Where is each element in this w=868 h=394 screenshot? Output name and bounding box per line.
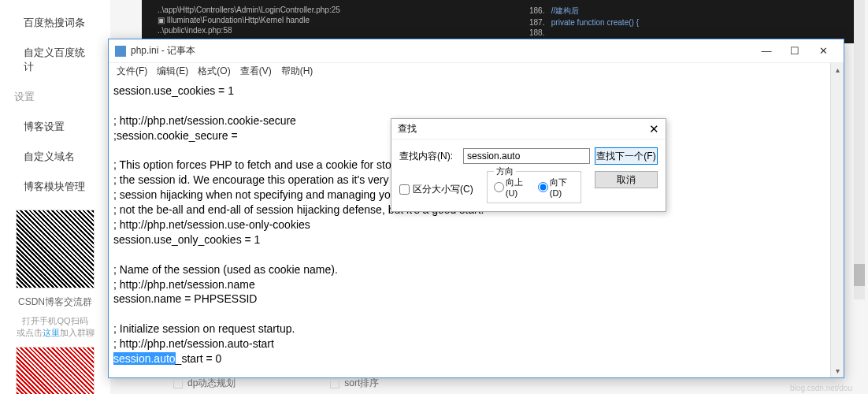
bg-line: ..\public\index.php:58 bbox=[158, 26, 340, 35]
find-cancel-button[interactable]: 取消 bbox=[595, 171, 658, 188]
window-controls: — ☐ ✕ bbox=[760, 45, 837, 57]
find-title-text: 查找 bbox=[398, 122, 417, 136]
find-input[interactable] bbox=[463, 148, 590, 164]
editor-highlight: session.auto bbox=[113, 352, 176, 365]
watermark: blog.csdn.net/dou bbox=[790, 384, 852, 392]
direction-legend: 方向 bbox=[494, 165, 516, 177]
sidebar-item-custom-stats[interactable]: 自定义百度统计 bbox=[0, 38, 110, 82]
find-input-label: 查找内容(N): bbox=[399, 150, 458, 163]
direction-up-label: 向上(U) bbox=[506, 177, 530, 198]
editor-line: ; http://php.net/session.use-only-cookie… bbox=[113, 218, 310, 231]
qr-hint-a: 或点击 bbox=[17, 328, 43, 337]
match-case-label: 区分大小写(C) bbox=[413, 183, 473, 196]
checkbox-icon[interactable] bbox=[173, 379, 183, 388]
editor-line: ; Name of the session (used as cookie na… bbox=[113, 263, 338, 276]
checkbox-icon[interactable] bbox=[330, 379, 339, 388]
bg-ln: 187. bbox=[529, 18, 544, 27]
editor-line: ; Initialize session on request startup. bbox=[113, 322, 295, 335]
background-code-panel: ..\app\Http\Controllers\Admin\LoginContr… bbox=[142, 0, 860, 43]
menu-format[interactable]: 格式(O) bbox=[194, 63, 234, 80]
menu-file[interactable]: 文件(F) bbox=[113, 63, 151, 80]
bg-func: private function create() { bbox=[551, 18, 639, 27]
bottom-tags: dp动态规划 sort排序 bbox=[173, 377, 379, 390]
direction-down-radio[interactable] bbox=[538, 182, 548, 192]
qr-code-2 bbox=[16, 347, 95, 394]
qr-hint-b: 加入群聊 bbox=[60, 328, 95, 337]
find-close-button[interactable]: ✕ bbox=[649, 122, 659, 136]
editor-line: session.use_only_cookies = 1 bbox=[113, 233, 260, 246]
editor-line: ;session.cookie_secure = bbox=[113, 129, 238, 142]
tag-label: sort排序 bbox=[344, 377, 379, 390]
scroll-down-button[interactable]: ▾ bbox=[831, 364, 844, 377]
tag-item[interactable]: sort排序 bbox=[330, 377, 379, 390]
window-title: php.ini - 记事本 bbox=[131, 44, 195, 58]
find-dialog: 查找 ✕ 查找内容(N): 查找下一个(F) 区分大小写(C) 方向 向上(U)… bbox=[391, 118, 666, 212]
menu-edit[interactable]: 编辑(E) bbox=[153, 63, 192, 80]
minimize-button[interactable]: — bbox=[760, 45, 773, 57]
sidebar: 百度热搜词条 自定义百度统计 设置 博客设置 自定义域名 博客模块管理 CSDN… bbox=[0, 0, 110, 394]
sidebar-item-blog-settings[interactable]: 博客设置 bbox=[0, 112, 110, 142]
menu-help[interactable]: 帮助(H) bbox=[277, 63, 317, 80]
editor-line: ; http://php.net/session.name bbox=[113, 278, 255, 291]
qr-hint-line1: 打开手机QQ扫码 bbox=[22, 316, 87, 325]
page-scrollbar[interactable] bbox=[854, 0, 865, 299]
bg-ln: 186. bbox=[529, 6, 544, 15]
scrollbar-thumb[interactable] bbox=[854, 264, 865, 286]
direction-down-label: 向下(D) bbox=[550, 177, 574, 198]
find-next-button[interactable]: 查找下一个(F) bbox=[595, 147, 658, 165]
tag-label: dp动态规划 bbox=[187, 377, 236, 390]
maximize-button[interactable]: ☐ bbox=[788, 45, 801, 57]
editor-scrollbar[interactable]: ▴ ▾ bbox=[830, 63, 844, 377]
sidebar-item-module-mgmt[interactable]: 博客模块管理 bbox=[0, 172, 110, 202]
qr-code-1 bbox=[16, 210, 95, 288]
close-button[interactable]: ✕ bbox=[817, 45, 829, 57]
editor-line: session.use_cookies = 1 bbox=[113, 84, 234, 97]
editor-line: ; http://php.net/session.cookie-secure bbox=[113, 114, 296, 127]
editor-line: ; http://php.net/session.auto-start bbox=[113, 337, 274, 350]
match-case-checkbox[interactable] bbox=[399, 184, 410, 195]
bg-comment: //建构后 bbox=[551, 6, 580, 15]
editor-line: session.name = PHPSESSID bbox=[113, 292, 257, 305]
bg-line: Illuminate\Foundation\Http\Kernel handle bbox=[167, 16, 310, 24]
qr-block-2 bbox=[0, 347, 110, 394]
notepad-icon bbox=[115, 46, 126, 57]
qr-block-1: CSDN博客交流群 打开手机QQ扫码 或点击这里加入群聊 bbox=[0, 210, 110, 339]
direction-up-radio[interactable] bbox=[494, 182, 504, 192]
bg-ln: 188. bbox=[529, 28, 544, 37]
bg-line: ..\app\Http\Controllers\Admin\LoginContr… bbox=[158, 6, 340, 14]
qr-hint-link[interactable]: 这里 bbox=[43, 328, 60, 337]
menubar: 文件(F) 编辑(E) 格式(O) 查看(V) 帮助(H) bbox=[109, 63, 844, 80]
scroll-up-button[interactable]: ▴ bbox=[831, 63, 844, 76]
sidebar-item-hotsearch[interactable]: 百度热搜词条 bbox=[0, 8, 110, 38]
qr-hint: 打开手机QQ扫码 或点击这里加入群聊 bbox=[8, 315, 102, 339]
find-titlebar[interactable]: 查找 ✕ bbox=[391, 119, 666, 139]
direction-group: 方向 向上(U) 向下(D) bbox=[487, 171, 581, 203]
sidebar-item-custom-domain[interactable]: 自定义域名 bbox=[0, 142, 110, 172]
sidebar-section-settings: 设置 bbox=[0, 82, 110, 112]
titlebar[interactable]: php.ini - 记事本 — ☐ ✕ bbox=[109, 39, 844, 63]
tag-item[interactable]: dp动态规划 bbox=[173, 377, 236, 390]
qr-label-1: CSDN博客交流群 bbox=[8, 296, 102, 309]
editor-line: _start = 0 bbox=[176, 352, 222, 365]
menu-view[interactable]: 查看(V) bbox=[236, 63, 276, 80]
